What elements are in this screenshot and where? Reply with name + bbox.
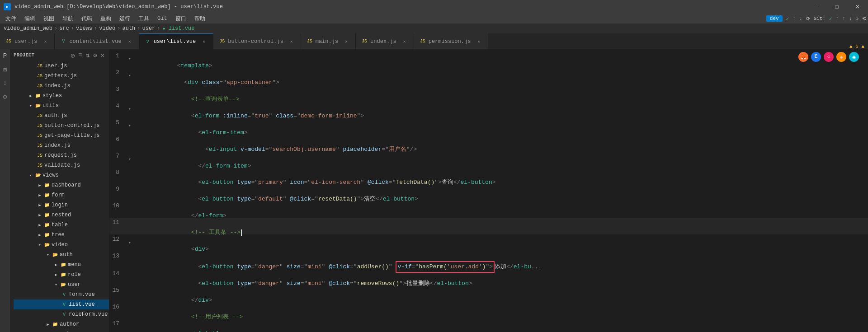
menu-help[interactable]: 帮助 — [191, 14, 209, 23]
tab-close-permission-js[interactable]: ✕ — [475, 38, 482, 45]
tab-content-list-vue[interactable]: V content\list.vue ✕ — [55, 33, 139, 49]
window-controls: ─ □ ✕ — [806, 0, 868, 14]
code-line-12: 12 ▾ <div> — [109, 234, 868, 251]
code-line-7: 7 ▾ </el-form-item> — [109, 151, 868, 168]
minimize-button[interactable]: ─ — [806, 0, 826, 14]
sidebar-icon-settings[interactable]: ⚙ — [92, 51, 98, 60]
tree-item-list-vue[interactable]: V list.vue — [14, 299, 109, 309]
tab-user-list-vue[interactable]: V user\list.vue ✕ — [139, 33, 214, 49]
toolbar-btn-5[interactable]: ◉ — [849, 52, 859, 62]
tab-button-control-js[interactable]: JS button-control.js ✕ — [213, 33, 301, 49]
breadcrumb-item-2[interactable]: src — [59, 25, 69, 32]
file-icon-index-js-2: JS — [36, 142, 43, 149]
breadcrumb-item-4[interactable]: video — [99, 25, 115, 32]
tree-arrow-author: ▶ — [44, 321, 52, 328]
tree-item-index-js-2[interactable]: JS index.js — [14, 140, 109, 150]
toolbar-btn-3[interactable]: ○ — [824, 52, 834, 62]
tree-item-author[interactable]: ▶ 📁 author — [14, 319, 109, 329]
toolbar-btn-1[interactable]: 🦊 — [798, 52, 808, 62]
tab-close-content-list[interactable]: ✕ — [126, 38, 133, 45]
tree-item-user-js[interactable]: JS user.js — [14, 61, 109, 71]
menu-window[interactable]: 窗口 — [172, 14, 190, 23]
menu-tools[interactable]: 工具 — [135, 14, 153, 23]
git-icon-2: ↑ — [793, 16, 796, 21]
tree-item-auth-js[interactable]: JS auth.js — [14, 111, 109, 121]
breadcrumb-item-1[interactable]: video_admin_web — [4, 25, 52, 32]
tab-bar: JS user.js ✕ V content\list.vue ✕ V user… — [0, 33, 868, 49]
tree-item-roleform-vue[interactable]: V roleForm.vue — [14, 309, 109, 319]
folder-icon-utils: 📂 — [34, 102, 42, 109]
tab-close-button-control[interactable]: ✕ — [288, 38, 295, 45]
tab-main-js[interactable]: JS main.js ✕ — [301, 33, 356, 49]
sidebar-icon-locate[interactable]: ◎ — [70, 51, 75, 60]
tree-item-validate-js[interactable]: JS validate.js — [14, 160, 109, 170]
tree-item-tree[interactable]: ▶ 📁 tree — [14, 230, 109, 240]
activity-structure[interactable]: ⊞ — [0, 65, 10, 75]
tab-close-main-js[interactable]: ✕ — [343, 38, 350, 45]
git-icon-4: ⟳ — [806, 16, 810, 22]
menu-code[interactable]: 代码 — [78, 14, 96, 23]
file-icon-user-js: JS — [36, 62, 43, 70]
tree-item-getters-js[interactable]: JS getters.js — [14, 71, 109, 81]
tab-permission-js[interactable]: JS permission.js ✕ — [414, 33, 489, 49]
tree-item-role[interactable]: ▶ 📁 role — [14, 270, 109, 280]
maximize-button[interactable]: □ — [826, 0, 847, 14]
tab-close-user-list[interactable]: ✕ — [200, 38, 208, 45]
sidebar-icon-close[interactable]: ✕ — [100, 51, 105, 60]
tree-item-request-js[interactable]: JS request.js — [14, 150, 109, 160]
menu-git[interactable]: Git — [154, 14, 171, 23]
file-icon-auth-js: JS — [36, 112, 43, 119]
tree-item-form-vue[interactable]: V form.vue — [14, 290, 109, 299]
tree-item-auth[interactable]: ▾ 📂 auth — [14, 250, 109, 260]
app-icon: ▶ — [4, 3, 11, 10]
activity-settings[interactable]: ⚙ — [0, 92, 10, 102]
tree-item-index-js-1[interactable]: JS index.js — [14, 81, 109, 91]
menu-navigate[interactable]: 导航 — [59, 14, 77, 23]
tree-item-category[interactable]: ▾ 📂 category — [14, 329, 109, 332]
tab-close-index-js[interactable]: ✕ — [401, 38, 408, 45]
tree-item-menu[interactable]: ▶ 📁 menu — [14, 260, 109, 270]
sidebar-icon-collapse[interactable]: ≡ — [77, 51, 83, 60]
sidebar-icon-expand[interactable]: ⇅ — [85, 51, 90, 60]
activity-commit[interactable]: ↕ — [0, 78, 10, 88]
activity-project[interactable]: P — [0, 51, 10, 61]
code-line-11: 11 <!-- 工具条 --> — [109, 218, 868, 234]
menu-refactor[interactable]: 重构 — [97, 14, 115, 23]
breadcrumb-item-6[interactable]: user — [142, 25, 156, 32]
file-icon-get-page-title: JS — [36, 132, 43, 139]
toolbar-btn-4[interactable]: ◈ — [836, 52, 846, 62]
activity-bar: P ⊞ ↕ ⚙ — [0, 49, 10, 332]
tab-user-js[interactable]: JS user.js ✕ — [0, 33, 55, 49]
tree-item-button-control-js[interactable]: JS button-control.js — [14, 121, 109, 131]
tree-item-user-folder[interactable]: ▾ 📂 user — [14, 280, 109, 290]
tree-item-styles[interactable]: ▶ 📁 styles — [14, 91, 109, 101]
main-layout: P ⊞ ↕ ⚙ PROJECT ◎ ≡ ⇅ ⚙ ✕ JS — [0, 49, 868, 332]
toolbar-btn-2[interactable]: C — [811, 52, 821, 62]
breadcrumb-item-7[interactable]: ⬥ list.vue — [162, 25, 195, 32]
tree-item-table[interactable]: ▶ 📁 table — [14, 220, 109, 230]
tree-item-login[interactable]: ▶ 📁 login — [14, 200, 109, 210]
git-arrow-up2: ↑ — [842, 16, 845, 21]
git-check: ✓ — [829, 16, 832, 22]
tree-item-form[interactable]: ▶ 📁 form — [14, 190, 109, 200]
menu-edit[interactable]: 编辑 — [21, 14, 39, 23]
menu-bar: 文件 编辑 视图 导航 代码 重构 运行 工具 Git 窗口 帮助 dev ✓ … — [0, 14, 868, 23]
breadcrumb-item-5[interactable]: auth — [122, 25, 135, 32]
folder-icon-tree: 📁 — [43, 231, 51, 238]
close-button[interactable]: ✕ — [847, 0, 868, 14]
tree-arrow-styles: ▶ — [27, 92, 34, 99]
breadcrumb-item-3[interactable]: views — [76, 25, 92, 32]
tree-item-views[interactable]: ▾ 📂 views — [14, 170, 109, 180]
menu-view[interactable]: 视图 — [40, 14, 58, 23]
tree-item-nested[interactable]: ▶ 📁 nested — [14, 210, 109, 220]
code-line-5: 5 ▾ <el-form-item> — [109, 118, 868, 135]
tree-item-video[interactable]: ▾ 📂 video — [14, 240, 109, 250]
tab-close-user-js[interactable]: ✕ — [42, 38, 49, 45]
menu-run[interactable]: 运行 — [116, 14, 134, 23]
tree-item-utils[interactable]: ▾ 📂 utils — [14, 101, 109, 111]
tree-item-get-page-title[interactable]: JS get-page-title.js — [14, 131, 109, 140]
tree-item-dashboard[interactable]: ▶ 📁 dashboard — [14, 180, 109, 190]
tab-index-js[interactable]: JS index.js ✕ — [356, 33, 414, 49]
menu-file[interactable]: 文件 — [2, 14, 20, 23]
git-sync: ⟲ — [862, 16, 866, 22]
